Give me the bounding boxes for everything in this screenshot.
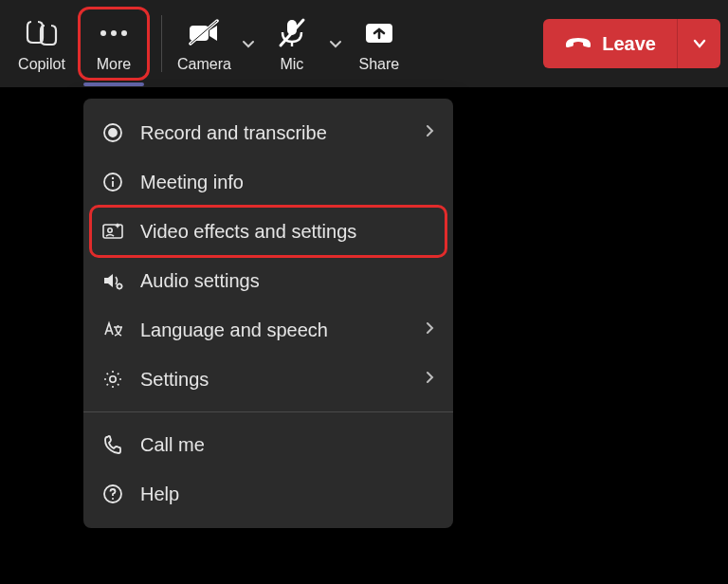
leave-button[interactable]: Leave xyxy=(543,19,677,68)
phone-icon xyxy=(99,434,127,455)
menu-divider xyxy=(83,411,453,412)
menu-label-record: Record and transcribe xyxy=(140,122,425,144)
camera-label: Camera xyxy=(177,56,231,73)
svg-point-20 xyxy=(112,498,114,500)
menu-item-help[interactable]: Help xyxy=(83,469,453,519)
menu-item-record[interactable]: Record and transcribe xyxy=(83,108,453,157)
mic-off-icon xyxy=(277,14,307,52)
mic-chevron[interactable] xyxy=(324,15,347,72)
svg-point-0 xyxy=(100,30,106,36)
help-icon xyxy=(99,484,127,504)
menu-label-help: Help xyxy=(140,484,434,505)
chevron-right-icon xyxy=(425,370,434,389)
language-icon xyxy=(99,319,127,340)
menu-label-audio: Audio settings xyxy=(140,270,434,292)
copilot-icon xyxy=(25,14,59,52)
menu-item-settings[interactable]: Settings xyxy=(83,355,453,404)
svg-point-11 xyxy=(109,129,117,137)
leave-group: Leave xyxy=(543,19,720,68)
menu-label-language: Language and speech xyxy=(140,319,425,341)
info-icon xyxy=(99,172,127,192)
svg-rect-3 xyxy=(190,26,209,41)
gear-icon xyxy=(99,369,127,390)
share-screen-icon xyxy=(362,14,396,52)
more-dropdown: Record and transcribe Meeting info Video… xyxy=(83,99,453,528)
meeting-toolbar: Copilot More xyxy=(0,0,728,87)
ellipsis-icon xyxy=(98,14,130,52)
more-label: More xyxy=(97,56,131,73)
chevron-right-icon xyxy=(425,320,434,339)
svg-point-18 xyxy=(110,376,116,382)
menu-label-info: Meeting info xyxy=(140,172,434,193)
svg-point-13 xyxy=(112,177,114,179)
svg-point-16 xyxy=(108,228,112,232)
menu-item-audio[interactable]: Audio settings xyxy=(83,256,453,305)
svg-point-2 xyxy=(121,30,127,36)
copilot-label: Copilot xyxy=(18,56,65,73)
share-label: Share xyxy=(359,56,400,73)
mic-label: Mic xyxy=(280,56,303,73)
menu-item-call-me[interactable]: Call me xyxy=(83,420,453,469)
video-effects-icon xyxy=(99,222,127,241)
menu-item-video-effects[interactable]: Video effects and settings xyxy=(83,207,453,256)
leave-chevron[interactable] xyxy=(677,19,720,68)
copilot-button[interactable]: Copilot xyxy=(8,7,76,81)
svg-point-1 xyxy=(111,30,117,36)
menu-label-call-me: Call me xyxy=(140,434,434,456)
hangup-icon xyxy=(564,33,592,55)
svg-point-17 xyxy=(118,284,122,289)
chevron-right-icon xyxy=(425,123,434,142)
leave-label: Leave xyxy=(602,33,656,55)
mic-button[interactable]: Mic xyxy=(260,7,324,81)
menu-label-video-effects: Video effects and settings xyxy=(140,221,434,243)
toolbar-divider xyxy=(161,15,162,72)
menu-label-settings: Settings xyxy=(140,369,425,391)
menu-item-info[interactable]: Meeting info xyxy=(83,157,453,207)
record-icon xyxy=(99,122,127,143)
more-active-underline xyxy=(83,82,144,86)
more-button[interactable]: More xyxy=(78,7,150,81)
audio-settings-icon xyxy=(99,270,127,291)
share-button[interactable]: Share xyxy=(347,7,411,81)
camera-button[interactable]: Camera xyxy=(172,7,237,81)
camera-off-icon xyxy=(187,14,221,52)
camera-chevron[interactable] xyxy=(237,15,260,72)
menu-item-language[interactable]: Language and speech xyxy=(83,305,453,355)
